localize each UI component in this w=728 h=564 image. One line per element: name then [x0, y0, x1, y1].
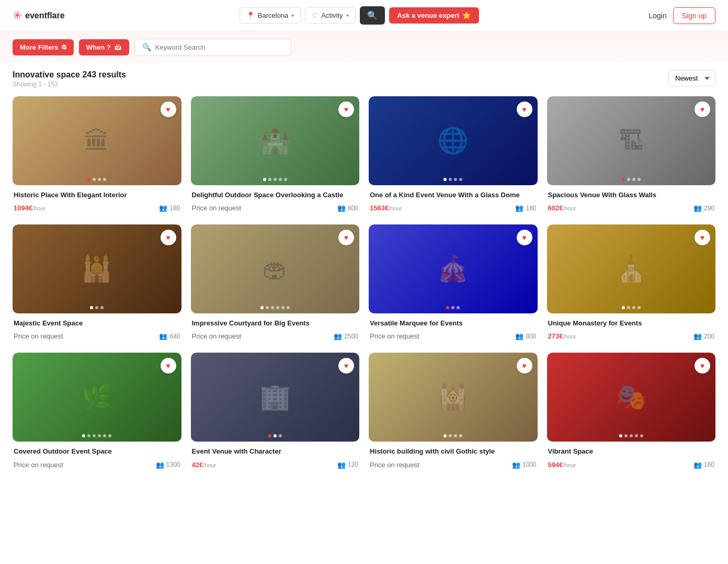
venue-scene-icon: 🌿 — [81, 382, 112, 412]
card-image-wrapper: 🏢 ♥ — [191, 353, 360, 442]
carousel-dots — [622, 178, 641, 181]
logo[interactable]: ✳ eventflare — [13, 9, 65, 22]
favorite-button[interactable]: ♥ — [695, 358, 710, 374]
carousel-dot — [457, 306, 460, 309]
venue-card[interactable]: 🌿 ♥ Covered Outdoor Event Space Price on… — [13, 353, 181, 471]
favorite-button[interactable]: ♥ — [161, 358, 176, 374]
login-button[interactable]: Login — [649, 12, 666, 20]
card-title: Impressive Courtyard for Big Events — [192, 319, 359, 328]
ask-btn-label: Ask a venue expert — [397, 12, 460, 19]
card-footer: 1094€/hour 👥 180 — [14, 204, 180, 212]
card-footer: 594€/hour 👥 160 — [548, 461, 715, 469]
card-image-wrapper: 🎭 ♥ — [547, 353, 716, 442]
favorite-button[interactable]: ♥ — [695, 230, 710, 245]
card-footer: Price on request 👥 1000 — [370, 461, 537, 469]
card-footer: 1563€/hour 👥 180 — [370, 204, 537, 212]
capacity-value: 160 — [704, 461, 714, 468]
carousel-dots — [622, 306, 641, 309]
favorite-button[interactable]: ♥ — [517, 101, 532, 117]
more-filters-button[interactable]: More Filters ⧉ — [13, 39, 74, 55]
capacity-value: 1000 — [522, 461, 537, 468]
logo-icon: ✳ — [13, 9, 22, 22]
venue-scene-icon: ⛪ — [616, 254, 647, 284]
carousel-dot — [98, 178, 101, 181]
capacity-info: 👥 1000 — [512, 461, 537, 469]
capacity-icon: 👥 — [156, 461, 164, 469]
venue-card[interactable]: 🌐 ♥ One of a Kind Event Venue With a Gla… — [369, 96, 538, 215]
card-footer: 42€/hour 👥 120 — [192, 461, 359, 469]
results-title: Innovative space 243 results — [13, 70, 126, 80]
capacity-info: 👥 180 — [159, 204, 180, 212]
favorite-button[interactable]: ♥ — [338, 101, 354, 117]
carousel-dot — [622, 178, 625, 181]
carousel-dots — [443, 178, 462, 181]
card-title: One of a Kind Event Venue With a Glass D… — [370, 190, 537, 200]
venue-scene-icon: 🏢 — [259, 382, 291, 412]
carousel-dot — [454, 434, 457, 437]
card-image-wrapper: 🌿 ♥ — [13, 353, 181, 442]
carousel-dot — [287, 306, 290, 309]
favorite-button[interactable]: ♥ — [338, 358, 354, 374]
card-body: Event Venue with Character 42€/hour 👥 12… — [191, 442, 360, 471]
venue-scene-icon: 🏟 — [263, 255, 288, 284]
venue-card[interactable]: 🏛 ♥ Historic Place With Elegant Interior… — [13, 96, 181, 215]
venue-card[interactable]: 🏢 ♥ Event Venue with Character 42€/hour … — [191, 353, 360, 471]
price: 594€/hour — [548, 461, 576, 469]
venue-card[interactable]: 🏰 ♥ Delightful Outdoor Space Overlooking… — [191, 96, 360, 215]
venue-card[interactable]: 🏗 ♥ Spacious Venue With Glass Walls 602€… — [547, 96, 716, 215]
venue-card[interactable]: 🕍 ♥ Historic building with civil Gothic … — [369, 353, 538, 471]
card-image-wrapper: 🏟 ♥ — [191, 224, 360, 313]
capacity-icon: 👥 — [159, 204, 167, 212]
venue-scene-icon: 🌐 — [437, 126, 469, 155]
sort-select[interactable]: Newest — [668, 70, 715, 86]
venue-card[interactable]: ⛪ ♥ Unique Monastery for Events 273€/hou… — [547, 224, 716, 343]
capacity-value: 180 — [169, 205, 180, 212]
carousel-dots — [268, 434, 282, 437]
capacity-icon: 👥 — [693, 332, 702, 340]
capacity-info: 👥 1300 — [156, 461, 180, 469]
card-title: Historic building with civil Gothic styl… — [370, 447, 537, 456]
price: 273€/hour — [548, 332, 576, 340]
carousel-dot — [103, 178, 106, 181]
favorite-button[interactable]: ♥ — [161, 230, 176, 245]
favorite-button[interactable]: ♥ — [695, 101, 710, 117]
card-image-wrapper: 🕌 ♥ — [13, 224, 181, 313]
header-right: Login Sign up — [649, 7, 715, 24]
card-title: Covered Outdoor Event Space — [14, 447, 180, 456]
favorite-button[interactable]: ♥ — [338, 230, 354, 245]
price-on-request: Price on request — [14, 332, 63, 340]
card-footer: Price on request 👥 800 — [192, 204, 359, 212]
carousel-dot — [108, 434, 111, 437]
favorite-button[interactable]: ♥ — [161, 101, 176, 117]
carousel-dot — [640, 434, 643, 437]
carousel-dots — [82, 434, 111, 437]
card-image-wrapper: 🕍 ♥ — [369, 353, 538, 442]
ask-venue-expert-button[interactable]: Ask a venue expert ⭐ — [389, 7, 480, 24]
activity-dropdown[interactable]: ♡ Activity ▾ — [305, 7, 355, 24]
more-filters-label: More Filters — [20, 43, 59, 51]
location-dropdown[interactable]: 📍 Barcelona ▾ — [240, 7, 301, 24]
venue-card[interactable]: 🎪 ♥ Versatile Marquee for Events Price o… — [369, 224, 538, 343]
carousel-dot — [279, 434, 282, 437]
favorite-button[interactable]: ♥ — [517, 358, 532, 374]
card-body: Unique Monastery for Events 273€/hour 👥 … — [547, 313, 716, 343]
signup-button[interactable]: Sign up — [673, 7, 715, 24]
keyword-search-input[interactable] — [155, 43, 283, 51]
carousel-dot — [449, 178, 452, 181]
venue-card[interactable]: 🏟 ♥ Impressive Courtyard for Big Events … — [191, 224, 360, 343]
card-title: Event Venue with Character — [192, 447, 359, 456]
card-footer: Price on request 👥 2500 — [192, 332, 359, 340]
carousel-dot — [443, 434, 447, 437]
card-title: Versatile Marquee for Events — [370, 319, 537, 328]
search-button[interactable]: 🔍 — [360, 6, 385, 25]
capacity-value: 180 — [526, 205, 536, 212]
favorite-button[interactable]: ♥ — [517, 230, 532, 245]
venue-scene-icon: 🕍 — [437, 382, 469, 412]
carousel-dot — [268, 178, 271, 181]
carousel-dot — [622, 306, 625, 309]
venue-card[interactable]: 🕌 ♥ Majestic Event Space Price on reques… — [13, 224, 181, 343]
venue-card[interactable]: 🎭 ♥ Vibrant Space 594€/hour 👥 160 — [547, 353, 716, 471]
capacity-value: 1300 — [166, 461, 180, 468]
when-button[interactable]: When ? 📅 — [79, 39, 129, 55]
card-title: Unique Monastery for Events — [548, 319, 715, 328]
